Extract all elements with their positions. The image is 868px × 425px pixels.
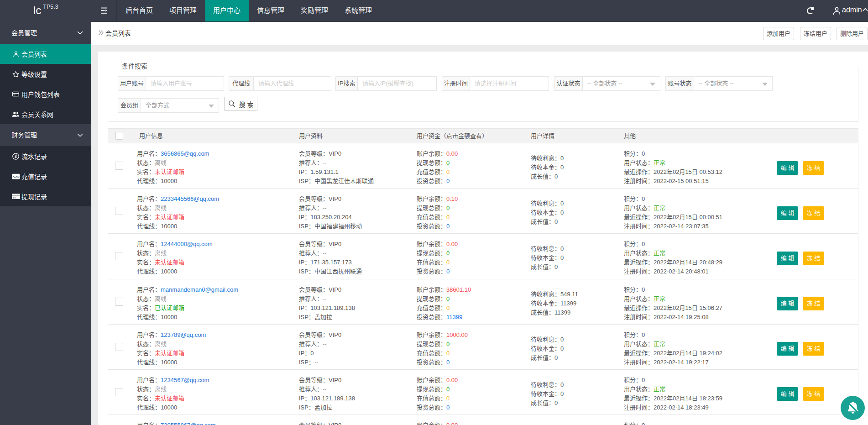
svg-text:PayPal: PayPal [13, 175, 20, 178]
